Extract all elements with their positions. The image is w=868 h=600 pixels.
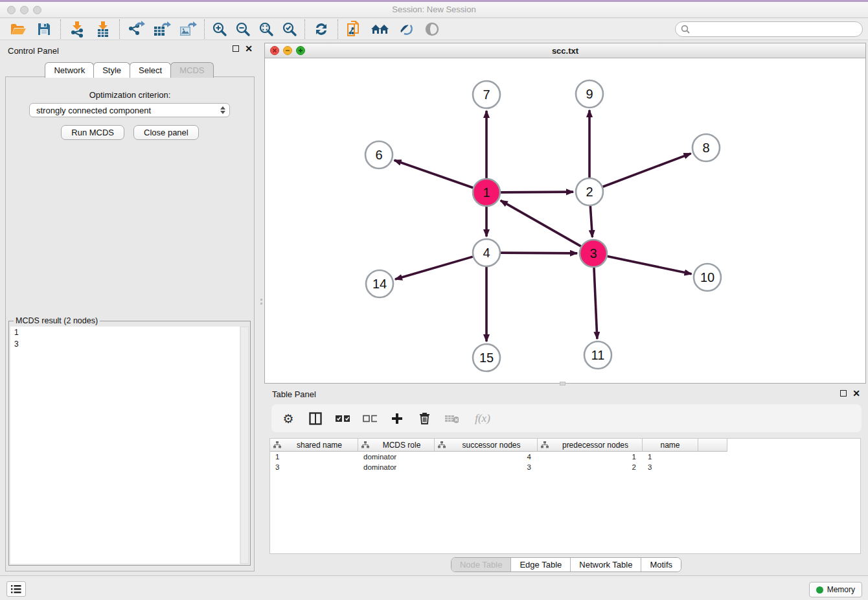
table-cell[interactable]: 3 [270,462,358,472]
add-column-icon[interactable] [390,411,404,426]
network-window-title: scc.txt [265,46,865,56]
select-chevrons-icon [220,106,225,114]
titlebar: Session: New Session [0,2,868,18]
network-window-titlebar[interactable]: scc.txt [265,43,865,58]
visibility-icon[interactable] [419,19,445,39]
memory-label: Memory [827,585,855,594]
tab-style[interactable]: Style [93,62,130,78]
close-panel-button[interactable]: Close panel [133,125,199,140]
mcds-result-list[interactable]: 1 3 [10,327,240,564]
table-cell[interactable]: 1 [270,452,358,462]
graph-edge-4-14[interactable] [395,257,473,279]
table-row[interactable]: 3dominator323 [270,462,860,472]
refresh-layout-icon[interactable] [308,19,334,39]
open-session-icon[interactable] [5,19,31,39]
column-header-filler [698,439,727,452]
table-cell[interactable]: 1 [643,452,698,462]
mcds-result-title: MCDS result (2 nodes) [14,316,100,325]
style-toggle-icon[interactable] [393,19,419,39]
column-header-shared-name[interactable]: shared name [270,439,358,452]
import-table-icon[interactable] [90,19,116,39]
table-panel: Table Panel ✕ ⚙ [264,386,868,575]
graph-node-label: 8 [702,141,709,155]
graph-edge-4-3[interactable] [501,253,577,253]
table-cell[interactable]: 4 [435,452,538,462]
graph-edge-3-1[interactable] [501,200,581,246]
graph-edge-1-6[interactable] [394,160,474,187]
run-mcds-button[interactable]: Run MCDS [61,125,124,140]
tab-mcds[interactable]: MCDS [170,62,213,78]
control-panel-title: Control Panel [8,46,59,56]
optimization-criterion-select[interactable]: strongly connected component [29,103,230,117]
float-panel-icon[interactable] [233,45,239,52]
zoom-in-icon[interactable] [208,19,231,39]
column-header-predecessor-nodes[interactable]: predecessor nodes [538,439,643,452]
float-panel-icon[interactable] [840,390,847,397]
graph-node-label: 9 [586,87,593,101]
table-cell[interactable]: dominator [358,452,435,462]
column-header-successor-nodes[interactable]: successor nodes [435,439,538,452]
task-history-button[interactable] [6,581,26,597]
graph-node-label: 11 [591,348,605,362]
column-layout-icon[interactable] [308,411,323,426]
save-session-icon[interactable] [31,19,57,39]
table-toolbar: ⚙ f(x) [271,404,862,432]
table-row[interactable]: 1dominator411 [270,452,860,462]
zoom-fit-icon[interactable] [255,19,278,39]
graph-edge-2-8[interactable] [603,154,691,187]
select-all-icon[interactable] [336,411,350,426]
home-pages-icon[interactable] [367,19,393,39]
tab-edge-table[interactable]: Edge Table [510,558,570,571]
function-builder-icon: f(x) [472,411,494,426]
vertical-splitter[interactable] [260,293,263,310]
memory-button[interactable]: Memory [809,582,862,597]
table-cell[interactable]: 1 [538,452,643,462]
tab-select[interactable]: Select [130,62,171,78]
tab-node-table[interactable]: Node Table [451,558,511,571]
tab-network[interactable]: Network [45,62,94,78]
network-canvas[interactable]: 1234678910111415 [265,58,865,383]
main-toolbar [0,18,868,40]
result-scrollbar[interactable] [240,327,249,564]
graph-edge-3-10[interactable] [608,257,692,274]
tab-motifs[interactable]: Motifs [641,558,681,571]
optimization-criterion-value: strongly connected component [36,106,151,115]
search-icon [681,25,690,34]
export-network-icon[interactable] [123,19,149,39]
tab-network-table[interactable]: Network Table [570,558,641,571]
status-bar: Memory [0,575,868,600]
graph-edge-2-3[interactable] [590,206,592,237]
search-input[interactable] [694,25,857,34]
export-image-icon[interactable] [175,19,201,39]
horizontal-splitter[interactable] [560,382,565,386]
graph-node-label: 15 [479,351,494,365]
close-panel-icon[interactable]: ✕ [852,390,860,397]
result-item: 3 [10,338,240,350]
table-cell[interactable]: 2 [538,462,643,472]
table-tabs: Node Table Edge Table Network Table Moti… [451,557,681,572]
import-network-icon[interactable] [64,19,90,39]
delete-icon[interactable] [417,411,431,426]
optimization-criterion-label: Optimization criterion: [6,90,254,100]
graph-node-label: 2 [586,185,593,199]
column-header-name[interactable]: name [643,439,698,452]
table-cell[interactable]: 3 [643,462,698,472]
export-table-icon[interactable] [149,19,175,39]
zoom-selected-icon[interactable] [278,19,301,39]
graph-node-label: 4 [483,246,490,260]
graph-node-label: 7 [483,87,490,102]
table-panel-title: Table Panel [272,389,316,399]
graph-edge-1-2[interactable] [501,192,573,192]
graph-node-label: 14 [372,277,387,291]
deselect-all-icon[interactable] [363,411,377,426]
zoom-out-icon[interactable] [231,19,255,39]
graph-node-label: 6 [375,148,382,162]
network-report-icon[interactable] [341,19,367,39]
graph-edge-3-11[interactable] [594,268,597,339]
close-panel-icon[interactable]: ✕ [245,45,253,52]
column-header-MCDS-role[interactable]: MCDS role [358,439,435,452]
table-cell[interactable]: 3 [435,462,538,472]
search-field [675,21,863,37]
table-cell[interactable]: dominator [358,462,435,472]
gear-icon[interactable]: ⚙ [281,411,295,426]
